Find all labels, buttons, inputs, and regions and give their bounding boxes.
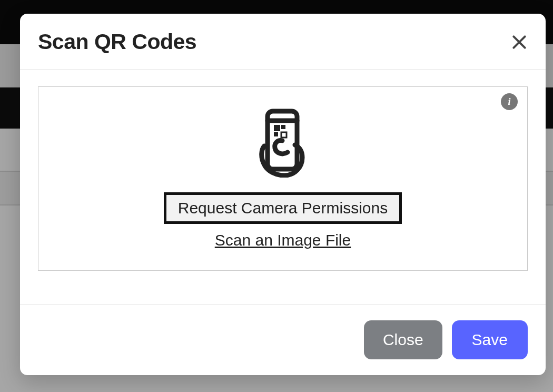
scan-area: i [38, 86, 528, 271]
svg-rect-5 [281, 125, 285, 129]
request-camera-permissions-button[interactable]: Request Camera Permissions [164, 192, 402, 224]
svg-rect-6 [274, 132, 278, 136]
svg-rect-7 [281, 132, 287, 138]
modal-footer: Close Save [20, 305, 546, 375]
modal-header: Scan QR Codes [20, 14, 546, 70]
close-icon[interactable] [511, 34, 528, 51]
save-button[interactable]: Save [452, 320, 528, 359]
svg-rect-4 [274, 125, 280, 131]
info-icon-glyph: i [501, 93, 518, 110]
modal-body: i [20, 70, 546, 305]
modal-title: Scan QR Codes [38, 30, 196, 54]
scan-qr-modal: Scan QR Codes i [20, 14, 546, 375]
close-button[interactable]: Close [364, 320, 442, 359]
info-icon[interactable]: i [501, 93, 518, 110]
scan-image-file-link[interactable]: Scan an Image File [50, 231, 516, 249]
phone-qr-icon [254, 108, 312, 178]
